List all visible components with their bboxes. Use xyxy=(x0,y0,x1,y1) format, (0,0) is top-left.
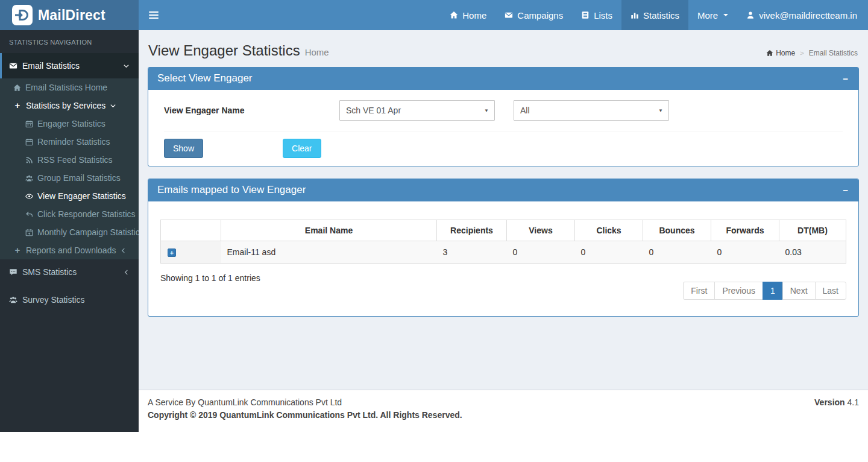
panel-title: Select View Engager xyxy=(157,72,253,84)
footer-service-text: A Service By QuantumLink Communications … xyxy=(148,397,462,407)
breadcrumb-home-label: Home xyxy=(776,49,795,57)
column-header-views[interactable]: Views xyxy=(507,220,575,241)
sidebar-item-engager-statistics[interactable]: Engager Statistics xyxy=(0,115,139,133)
pagination-first-button[interactable]: First xyxy=(683,282,715,300)
sidebar-toggle-button[interactable] xyxy=(139,0,169,30)
brand-logo[interactable]: MailDirect xyxy=(0,0,139,30)
pagination-previous-button[interactable]: Previous xyxy=(714,282,763,300)
cell-bounces: 0 xyxy=(643,241,711,264)
pagination-last-button[interactable]: Last xyxy=(815,282,846,300)
chevron-down-icon xyxy=(123,63,130,69)
column-header-clicks[interactable]: Clicks xyxy=(575,220,643,241)
nav-statistics[interactable]: Statistics xyxy=(621,0,688,30)
envelope-icon xyxy=(9,62,17,70)
sidebar-item-label: Group Email Statistics xyxy=(37,173,121,183)
list-icon xyxy=(581,11,590,19)
caret-down-icon xyxy=(723,14,728,16)
sidebar-item-label: Reminder Statistics xyxy=(37,137,110,147)
pagination-page-1-button[interactable]: 1 xyxy=(763,282,783,300)
nav-home-label: Home xyxy=(462,10,486,21)
sidebar-item-view-engager-statistics[interactable]: View Engager Statistics xyxy=(0,187,139,205)
column-header-bounces[interactable]: Bounces xyxy=(643,220,711,241)
app-window: MailDirect Home Campaigns Lists Statisti… xyxy=(0,0,868,462)
nav-more[interactable]: More xyxy=(688,0,737,30)
nav-home[interactable]: Home xyxy=(441,0,495,30)
table-row: + Email-11 asd 3 0 0 0 0 0.03 xyxy=(161,241,846,264)
collapse-minus-icon[interactable]: − xyxy=(841,186,849,195)
expand-row-plus-icon[interactable]: + xyxy=(168,248,176,257)
pagination: First Previous 1 Next Last xyxy=(683,282,846,300)
sidebar-item-click-responder-statistics[interactable]: Click Responder Statistics xyxy=(0,205,139,223)
table-header-row: Email Name Recipients Views Clicks Bounc… xyxy=(161,220,846,241)
sidebar-item-label: RSS Feed Statistics xyxy=(37,155,113,165)
sidebar-item-label: Reports and Downloads xyxy=(26,245,116,255)
brand-name: MailDirect xyxy=(38,7,105,24)
sidebar-item-label: SMS Statistics xyxy=(22,267,77,277)
navbar-spacer xyxy=(169,0,441,30)
top-navbar: MailDirect Home Campaigns Lists Statisti… xyxy=(0,0,868,30)
plus-icon: + xyxy=(13,246,22,255)
version-value: 4.1 xyxy=(848,397,859,407)
sidebar-item-label: Monthly Campaign Statistics xyxy=(37,227,139,237)
breadcrumb-separator-icon: > xyxy=(800,49,804,57)
pagination-next-button[interactable]: Next xyxy=(782,282,816,300)
page-title-block: View Engager StatisticsHome xyxy=(148,42,329,59)
content-area: View Engager StatisticsHome Home > Email… xyxy=(139,30,868,390)
rss-icon xyxy=(25,156,33,164)
nav-more-label: More xyxy=(697,10,718,21)
column-header-expand[interactable] xyxy=(161,220,221,241)
cell-dt-mb: 0.03 xyxy=(779,241,846,264)
sidebar-item-sms-statistics[interactable]: SMS Statistics xyxy=(0,259,139,285)
sidebar-item-rss-feed-statistics[interactable]: RSS Feed Statistics xyxy=(0,151,139,169)
column-header-email-name[interactable]: Email Name xyxy=(221,220,437,241)
sidebar-item-group-email-statistics[interactable]: Group Email Statistics xyxy=(0,169,139,187)
sidebar-item-reminder-statistics[interactable]: Reminder Statistics xyxy=(0,133,139,151)
sidebar-item-monthly-campaign-statistics[interactable]: Monthly Campaign Statistics xyxy=(0,223,139,241)
sidebar-item-label: Click Responder Statistics xyxy=(37,209,136,219)
view-engager-name-label: View Engager Name xyxy=(164,106,339,115)
home-icon xyxy=(450,11,458,19)
sidebar-item-email-statistics-home[interactable]: Email Statistics Home xyxy=(0,78,139,97)
cell-views: 0 xyxy=(507,241,575,264)
sidebar-item-label: Engager Statistics xyxy=(37,119,105,128)
chevron-left-icon xyxy=(123,269,130,276)
reply-icon xyxy=(25,210,33,218)
showing-entries-text: Showing 1 to 1 of 1 entries xyxy=(160,273,260,283)
page-title: View Engager Statistics xyxy=(148,42,300,59)
sidebar-item-label: View Engager Statistics xyxy=(37,191,126,201)
envelope-icon xyxy=(505,11,513,19)
users-icon xyxy=(9,296,17,304)
users-icon xyxy=(25,174,33,182)
nav-user-account[interactable]: vivek@maildirectteam.in xyxy=(737,0,868,30)
engager-filter-select[interactable]: All xyxy=(514,100,669,121)
email-statistics-submenu: Email Statistics Home + Statistics by Se… xyxy=(0,78,139,259)
nav-lists[interactable]: Lists xyxy=(572,0,621,30)
footer-copyright-text: Copyright © 2019 QuantumLink Communicati… xyxy=(148,410,462,420)
chevron-down-icon xyxy=(110,103,116,109)
chevron-left-icon xyxy=(120,247,127,254)
clear-button[interactable]: Clear xyxy=(283,139,321,158)
breadcrumb-home-link[interactable]: Home xyxy=(766,49,795,57)
panel-title: Emails mapped to View Engager xyxy=(157,184,306,196)
column-header-dt-mb[interactable]: DT(MB) xyxy=(779,220,846,241)
calendar-icon xyxy=(25,138,33,146)
cell-email-name: Email-11 asd xyxy=(221,241,437,264)
collapse-minus-icon[interactable]: − xyxy=(841,74,849,83)
cell-recipients: 3 xyxy=(437,241,507,264)
sidebar-item-survey-statistics[interactable]: Survey Statistics xyxy=(0,285,139,312)
column-header-recipients[interactable]: Recipients xyxy=(437,220,507,241)
view-engager-select[interactable]: Sch VE 01 Apr xyxy=(339,100,495,121)
show-button[interactable]: Show xyxy=(164,139,203,158)
sidebar-item-statistics-by-services[interactable]: + Statistics by Services xyxy=(0,97,139,115)
nav-campaigns[interactable]: Campaigns xyxy=(495,0,572,30)
select-view-engager-panel-header: Select View Engager − xyxy=(148,68,858,90)
page-subtitle: Home xyxy=(305,47,329,57)
cell-forwards: 0 xyxy=(711,241,779,264)
sidebar-item-label: Email Statistics xyxy=(22,61,80,71)
user-icon xyxy=(746,11,755,19)
sidebar-item-label: Statistics by Services xyxy=(26,101,105,110)
sidebar-item-reports-and-downloads[interactable]: + Reports and Downloads xyxy=(0,241,139,259)
sidebar-item-email-statistics[interactable]: Email Statistics xyxy=(0,53,139,78)
emails-mapped-panel: Emails mapped to View Engager − Email xyxy=(148,179,859,317)
column-header-forwards[interactable]: Forwards xyxy=(711,220,779,241)
